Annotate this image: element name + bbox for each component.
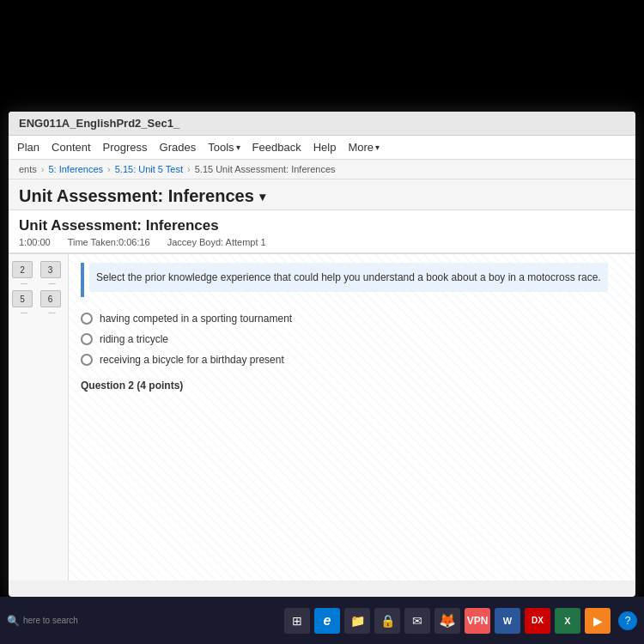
taskbar-help-icon[interactable]: ? xyxy=(618,611,637,630)
assessment-header: Unit Assessment: Inferences 1:00:00 Time… xyxy=(9,210,635,254)
nav-bar: Plan Content Progress Grades Tools ▾ Fee… xyxy=(9,136,635,160)
title-bar: ENG011A_EnglishPrd2_Sec1_ xyxy=(9,112,635,136)
nav-tools[interactable]: Tools ▾ xyxy=(208,141,240,154)
question-2-header: Question 2 (4 points) xyxy=(81,380,623,392)
page-title: Unit Assessment: Inferences ▾ xyxy=(19,186,625,206)
main-content: 2 — 3 — 5 — 6 — xyxy=(9,254,635,580)
q-status-3: — xyxy=(40,279,65,287)
taskbar-excel-icon[interactable]: X xyxy=(555,608,580,634)
breadcrumb-inferences[interactable]: 5: Inferences xyxy=(48,164,103,174)
question-grid: 2 — 3 — 5 — 6 — xyxy=(12,261,64,316)
q-num-5[interactable]: 5 xyxy=(12,290,33,307)
page-title-dropdown-icon[interactable]: ▾ xyxy=(259,190,265,204)
taskbar-icons: ⊞ e 📁 🔒 ✉ 🦊 VPN W DX X ▶ ? xyxy=(284,608,637,634)
search-icon: 🔍 xyxy=(7,615,20,627)
breadcrumb-sep-1: › xyxy=(41,164,45,174)
question-bar-icon xyxy=(81,263,84,297)
nav-more[interactable]: More ▾ xyxy=(348,141,380,154)
nav-help[interactable]: Help xyxy=(313,141,337,154)
breadcrumb-root: ents xyxy=(19,164,37,174)
time-limit: 1:00:00 xyxy=(19,237,51,247)
nav-feedback[interactable]: Feedback xyxy=(252,141,301,154)
radio-2[interactable] xyxy=(81,333,93,345)
tools-chevron-icon: ▾ xyxy=(236,143,240,152)
question-1-block: Select the prior knowledge experience th… xyxy=(81,263,623,302)
breadcrumb: ents › 5: Inferences › 5.15: Unit 5 Test… xyxy=(9,160,635,179)
screen-content: ENG011A_EnglishPrd2_Sec1_ Plan Content P… xyxy=(9,112,635,597)
nav-grades[interactable]: Grades xyxy=(160,141,197,154)
q-num-3[interactable]: 3 xyxy=(40,261,61,278)
q-num-2[interactable]: 2 xyxy=(12,261,33,278)
breadcrumb-current: 5.15 Unit Assessment: Inferences xyxy=(195,164,336,174)
breadcrumb-sep-3: › xyxy=(187,164,191,174)
answer-option-2[interactable]: riding a tricycle xyxy=(81,333,623,345)
taskbar-search: 🔍 here to search xyxy=(7,615,78,627)
assessment-meta: 1:00:00 Time Taken:0:06:16 Jaccey Boyd: … xyxy=(19,237,625,247)
radio-1[interactable] xyxy=(81,313,93,325)
q-status-2: — xyxy=(12,279,37,287)
title-bar-text: ENG011A_EnglishPrd2_Sec1_ xyxy=(19,117,179,130)
page-title-text: Unit Assessment: Inferences xyxy=(19,186,254,206)
q-btn-2[interactable]: 2 — xyxy=(12,261,37,287)
search-text: here to search xyxy=(23,616,78,625)
answer-text-1: having competed in a sporting tournament xyxy=(100,313,292,325)
time-taken: Time Taken:0:06:16 xyxy=(68,237,150,247)
question-sidebar: 2 — 3 — 5 — 6 — xyxy=(9,254,69,580)
nav-plan[interactable]: Plan xyxy=(17,141,39,154)
page-title-area: Unit Assessment: Inferences ▾ xyxy=(9,179,635,210)
attempt-info: Jaccey Boyd: Attempt 1 xyxy=(167,237,266,247)
q-btn-3[interactable]: 3 — xyxy=(40,261,65,287)
taskbar-vpn-icon[interactable]: VPN xyxy=(465,608,490,634)
q-status-5: — xyxy=(12,308,37,316)
breadcrumb-sep-2: › xyxy=(107,164,111,174)
nav-progress[interactable]: Progress xyxy=(103,141,148,154)
taskbar-mail-icon[interactable]: ✉ xyxy=(404,608,430,634)
taskbar-firefox-icon[interactable]: 🦊 xyxy=(434,608,460,634)
question-area: Select the prior knowledge experience th… xyxy=(69,254,635,580)
taskbar-taskview-icon[interactable]: ⊞ xyxy=(284,608,310,634)
taskbar: 🔍 here to search ⊞ e 📁 🔒 ✉ 🦊 VPN W DX X … xyxy=(0,597,644,644)
radio-3[interactable] xyxy=(81,354,93,366)
top-black-area xyxy=(0,0,644,112)
breadcrumb-unit5test[interactable]: 5.15: Unit 5 Test xyxy=(115,164,183,174)
taskbar-word-icon[interactable]: W xyxy=(495,608,520,634)
q-btn-5[interactable]: 5 — xyxy=(12,290,37,316)
q-btn-6[interactable]: 6 — xyxy=(40,290,65,316)
answer-text-2: riding a tricycle xyxy=(100,333,168,345)
nav-content[interactable]: Content xyxy=(52,141,91,154)
taskbar-lock-icon[interactable]: 🔒 xyxy=(374,608,400,634)
taskbar-arrow-icon[interactable]: ▶ xyxy=(585,608,611,634)
answer-option-3[interactable]: receiving a bicycle for a birthday prese… xyxy=(81,354,623,366)
q-status-6: — xyxy=(40,308,65,316)
question-1-instruction: Select the prior knowledge experience th… xyxy=(89,263,608,292)
taskbar-file-icon[interactable]: 📁 xyxy=(344,608,370,634)
answer-option-1[interactable]: having competed in a sporting tournament xyxy=(81,313,623,325)
assessment-title: Unit Assessment: Inferences xyxy=(19,217,625,234)
taskbar-dx-icon[interactable]: DX xyxy=(525,608,550,634)
more-chevron-icon: ▾ xyxy=(375,143,380,152)
q-num-6[interactable]: 6 xyxy=(40,290,61,307)
taskbar-edge-icon[interactable]: e xyxy=(314,608,340,634)
answer-text-3: receiving a bicycle for a birthday prese… xyxy=(100,354,284,366)
